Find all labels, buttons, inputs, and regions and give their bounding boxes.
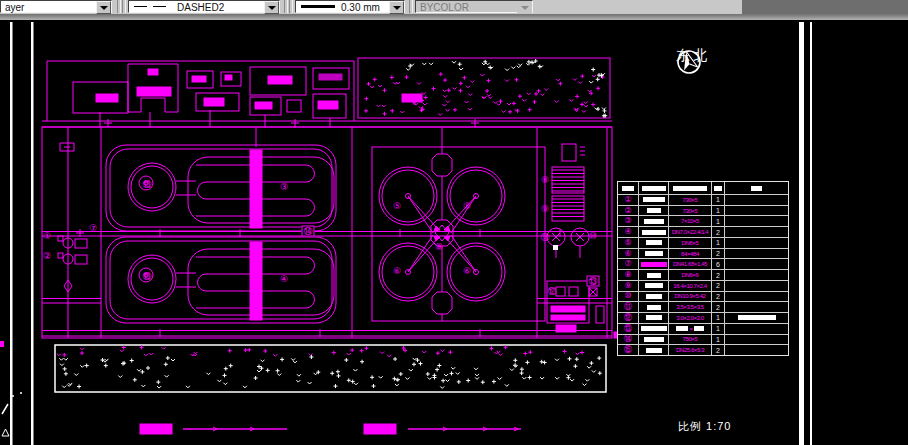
callout-number: ⑤ bbox=[393, 202, 401, 211]
callout-number: ④ bbox=[280, 275, 288, 284]
toolbar-separator bbox=[289, 0, 293, 13]
layer-value: ayer bbox=[5, 2, 24, 13]
callout-number: ⑭ bbox=[302, 226, 315, 237]
callout-number: ⑨ bbox=[541, 205, 549, 214]
green-belt-bottom bbox=[55, 345, 606, 392]
chevron-down-icon bbox=[517, 1, 532, 14]
toolbar-separator bbox=[409, 0, 413, 13]
cad-application-window: { "toolbar": { "layer": {"value": "ayer"… bbox=[0, 0, 908, 445]
north-label: 东北 bbox=[676, 47, 710, 65]
parts-table-row: ⑤DN6×51 bbox=[618, 237, 788, 248]
chevron-down-icon[interactable] bbox=[264, 1, 279, 14]
parts-table-row: ④DN7.0×22.4/1.42 bbox=[618, 226, 788, 237]
parts-table-row: ⑩DN10.9×5.422 bbox=[618, 291, 788, 302]
callout-number: ⑩ bbox=[589, 232, 597, 241]
legend-symbols bbox=[140, 424, 521, 434]
scale-label: 比例 1:70 bbox=[678, 419, 731, 434]
oxidation-ditch-lower bbox=[106, 237, 336, 323]
callout-number: ③ bbox=[280, 183, 288, 192]
clarifier-group bbox=[372, 147, 545, 321]
parts-table-row: ⑥84×4842 bbox=[618, 248, 788, 259]
selection-grip bbox=[553, 245, 558, 250]
callout-number: ⑬ bbox=[587, 276, 600, 287]
plot-style-dropdown: BYCOLOR bbox=[415, 0, 533, 13]
parts-table-row: ⑧DN6×62 bbox=[618, 269, 788, 280]
callout-number: ② bbox=[43, 252, 51, 261]
callout-number: ⑦ bbox=[89, 224, 97, 233]
callout-number: ⑪ bbox=[541, 233, 550, 242]
callout-number: ⑬ bbox=[143, 180, 152, 189]
toolbar-dark-area bbox=[742, 0, 908, 14]
parts-list-table: ①730×51②730×51③7×10×51④DN7.0×22.4/1.42⑤D… bbox=[617, 181, 789, 356]
callout-number: ① bbox=[43, 232, 51, 241]
buildings bbox=[73, 64, 349, 118]
callout-number: ⑥ bbox=[463, 267, 471, 276]
parts-table-header bbox=[618, 182, 788, 194]
chevron-down-icon[interactable] bbox=[389, 1, 404, 14]
parts-table-row: ②730×51 bbox=[618, 205, 788, 216]
parts-table-row: ⑪3.5×3.5×3.52 bbox=[618, 301, 788, 312]
callout-number: ⑧ bbox=[435, 243, 443, 252]
callout-number: ⑥ bbox=[393, 267, 401, 276]
toolbar-separator bbox=[122, 0, 126, 13]
callout-number: ⑤ bbox=[463, 202, 471, 211]
callout-number: ⑧ bbox=[541, 176, 549, 185]
callout-number: ⑬ bbox=[143, 272, 152, 281]
parts-table-row: ⑨16.4×10.7×2.42 bbox=[618, 280, 788, 291]
left-edge-mark bbox=[0, 341, 4, 347]
plot-style-value: BYCOLOR bbox=[420, 2, 469, 13]
green-area-top bbox=[358, 58, 610, 118]
parts-table-row: ⑮DN25.6×5.32 bbox=[618, 344, 788, 355]
oxidation-ditch-upper bbox=[106, 145, 336, 231]
toolbar-separator bbox=[284, 0, 288, 13]
parts-table-row: ③7×10×51 bbox=[618, 215, 788, 226]
linetype-value: DASHED2 bbox=[177, 2, 224, 13]
inlet-pumping-units bbox=[58, 143, 87, 292]
parts-table-row: ①730×51 bbox=[618, 194, 788, 205]
layer-dropdown[interactable]: ayer bbox=[0, 0, 112, 13]
parts-table-row: ⑦DN41.68×1.456 bbox=[618, 258, 788, 269]
lineweight-dropdown[interactable]: 0.30 mm bbox=[295, 0, 405, 13]
toolbar-separator bbox=[117, 0, 121, 13]
lineweight-sample-icon bbox=[301, 1, 341, 12]
linetype-dropdown[interactable]: DASHED2 bbox=[128, 0, 280, 13]
lineweight-value: 0.30 mm bbox=[341, 2, 380, 13]
chevron-down-icon[interactable] bbox=[96, 1, 111, 14]
parts-table-row: ⑬×1 bbox=[618, 323, 788, 334]
linetype-sample-icon bbox=[134, 1, 172, 12]
properties-toolbar: ayer DASHED2 0.30 mm BYCOLOR bbox=[0, 0, 908, 14]
callout-number: ⑫ bbox=[548, 287, 557, 296]
parts-table-row: ⑫3.0×2.0×2.01 bbox=[618, 312, 788, 323]
parts-table-row: ⑭750×51 bbox=[618, 334, 788, 345]
cad-drawing-canvas[interactable]: ①730×51②730×51③7×10×51④DN7.0×22.4/1.42⑤D… bbox=[0, 20, 908, 445]
